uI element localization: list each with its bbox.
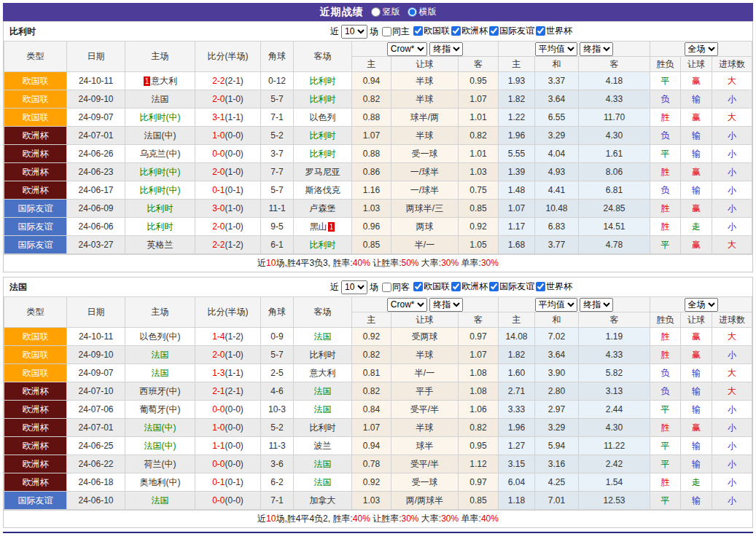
corner-cell: 7-7 [261, 163, 294, 181]
result-outcome-cell: 胜 [650, 218, 681, 236]
away-team-cell: 斯洛伐克 [294, 181, 352, 200]
league-filter-label: 欧洲杯 [461, 280, 488, 293]
col-header-date: 日期 [67, 42, 125, 72]
halftime-score: (0-0) [225, 149, 243, 159]
match-row: 欧洲杯24-06-22荷兰(中)0-0(0-0)3-6法国0.78受平/半1.1… [4, 455, 752, 473]
league-filter-item[interactable]: 国际友谊 [489, 280, 534, 293]
avg-home-odds-cell: 1.82 [499, 346, 535, 364]
vertical-layout-label: 竖版 [383, 6, 400, 18]
league-filter-item[interactable]: 国际友谊 [489, 25, 534, 37]
result-outcome-cell: 负 [650, 127, 681, 145]
same-venue-filter[interactable]: 同客 [382, 281, 410, 294]
league-filter-item[interactable]: 欧国联 [413, 280, 450, 293]
fulltime-score: 1-3 [212, 368, 225, 378]
layout-radio-horizontal[interactable]: 横版 [408, 6, 437, 18]
full-match-select[interactable]: 全场 [685, 42, 718, 56]
away-team-name: 加拿大 [310, 495, 336, 505]
crow-away-odds-cell: 0.82 [459, 419, 499, 437]
col-header-away: 客场 [294, 297, 352, 328]
subcol-crow-handicap: 让球 [391, 57, 459, 72]
avg-draw-odds-cell: 3.37 [535, 72, 579, 90]
league-type-cell: 欧洲杯 [4, 145, 67, 163]
league-filter-checkbox[interactable] [413, 26, 423, 36]
home-team-name: 乌克兰(中) [140, 149, 181, 159]
fulltime-score: 1-0 [212, 422, 225, 433]
result-outcome-cell: 胜 [650, 346, 681, 364]
league-filter-item[interactable]: 欧洲杯 [451, 25, 488, 37]
league-filter-item[interactable]: 世界杯 [536, 280, 572, 293]
recent-count-select[interactable]: 10 [341, 280, 367, 294]
home-team-name: 法国 [152, 350, 169, 360]
home-team-cell: 英格兰 [125, 236, 195, 254]
avg-select[interactable]: 平均值 [535, 298, 577, 312]
avg-away-odds-cell: 4.30 [579, 419, 650, 437]
same-venue-checkbox[interactable] [382, 283, 391, 292]
league-filter-label: 欧国联 [424, 25, 450, 37]
bookmaker-select[interactable]: Crow* [387, 42, 427, 56]
bookmaker-select[interactable]: Crow* [387, 298, 427, 312]
avg-away-odds-cell: 4.18 [579, 72, 650, 90]
avg-draw-odds-cell: 2.80 [535, 382, 579, 401]
same-venue-filter[interactable]: 同主 [382, 25, 410, 38]
league-type-cell: 欧国联 [4, 328, 67, 346]
result-handicap-cell: 输 [681, 90, 712, 109]
league-filter-checkbox[interactable] [536, 282, 545, 291]
avg-away-odds-cell: 1.61 [579, 145, 650, 163]
league-filter-checkbox[interactable] [451, 282, 461, 291]
subcol-avg-home: 主 [499, 57, 535, 72]
crow-final-odds-select[interactable]: 终指 [429, 298, 463, 312]
home-team-cell: 比利时(中) [125, 109, 195, 127]
result-goals-cell: 小 [712, 181, 752, 200]
league-filter-checkbox[interactable] [489, 26, 499, 36]
match-row: 欧国联24-10-11以色列(中)1-4(1-2)0-9法国0.92受两球0.9… [4, 328, 752, 346]
home-team-cell: 葡萄牙(中) [125, 401, 195, 419]
league-filter-label: 国际友谊 [499, 280, 534, 293]
date-cell: 24-09-10 [67, 90, 125, 109]
score-cell: 0-0(0-0) [195, 145, 261, 163]
result-outcome-cell: 胜 [650, 109, 681, 127]
date-cell: 24-10-11 [67, 328, 125, 346]
league-filter-checkbox[interactable] [451, 26, 461, 36]
league-type-cell: 国际友谊 [4, 218, 67, 236]
crow-away-odds-cell: 1.01 [459, 109, 499, 127]
match-row: 欧国联24-09-07比利时(中)3-1(1-1)7-1以色列0.88球半/两1… [4, 109, 752, 127]
crow-away-odds-cell: 0.97 [459, 328, 499, 346]
games-label: 场 [370, 281, 378, 294]
league-filter-item[interactable]: 欧国联 [413, 25, 450, 37]
avg-final-odds-select[interactable]: 终指 [580, 298, 613, 312]
avg-select[interactable]: 平均值 [535, 42, 577, 56]
league-filter-label: 欧国联 [424, 280, 450, 293]
league-filter-item[interactable]: 世界杯 [536, 25, 572, 37]
horizontal-layout-radio[interactable] [408, 7, 417, 17]
league-filter-checkbox[interactable] [536, 26, 545, 36]
crow-final-odds-select[interactable]: 终指 [429, 42, 463, 56]
home-team-name: 西班牙(中) [140, 386, 181, 396]
layout-radio-vertical[interactable]: 竖版 [371, 6, 400, 18]
home-team-name: 法国(中) [144, 441, 176, 451]
crow-handicap-cell: 半/一 [391, 236, 459, 254]
away-team-cell: 法国 [294, 382, 352, 401]
league-filter-checkbox[interactable] [489, 282, 499, 291]
result-outcome-cell: 平 [650, 437, 681, 455]
avg-final-odds-select[interactable]: 终指 [580, 42, 613, 56]
halftime-score: (1-0) [225, 167, 243, 177]
subcol-handicap-result: 让球 [681, 57, 712, 72]
corner-cell: 0-9 [261, 328, 294, 346]
avg-home-odds-cell: 3.15 [499, 455, 535, 473]
full-match-select[interactable]: 全场 [685, 298, 718, 312]
match-row: 欧洲杯24-07-10西班牙(中)2-1(2-1)4-6法国0.82平手1.08… [4, 382, 752, 401]
league-filter-checkbox[interactable] [413, 282, 423, 291]
vertical-layout-radio[interactable] [371, 7, 381, 17]
crow-away-odds-cell: 1.08 [459, 364, 499, 382]
result-outcome-cell: 负 [650, 382, 681, 401]
result-outcome-cell: 平 [650, 236, 681, 254]
avg-away-odds-cell: 12.53 [579, 492, 650, 510]
result-handicap-cell: 输 [681, 145, 712, 163]
recent-count-select[interactable]: 10 [341, 25, 367, 39]
same-venue-checkbox[interactable] [382, 27, 391, 36]
corner-cell: 5-7 [261, 90, 294, 109]
summary-text: 场,胜4平4负2, 胜率: [276, 514, 352, 524]
league-filter-item[interactable]: 欧洲杯 [451, 280, 488, 293]
date-cell: 24-06-26 [67, 145, 125, 163]
result-outcome-cell: 平 [650, 72, 681, 90]
